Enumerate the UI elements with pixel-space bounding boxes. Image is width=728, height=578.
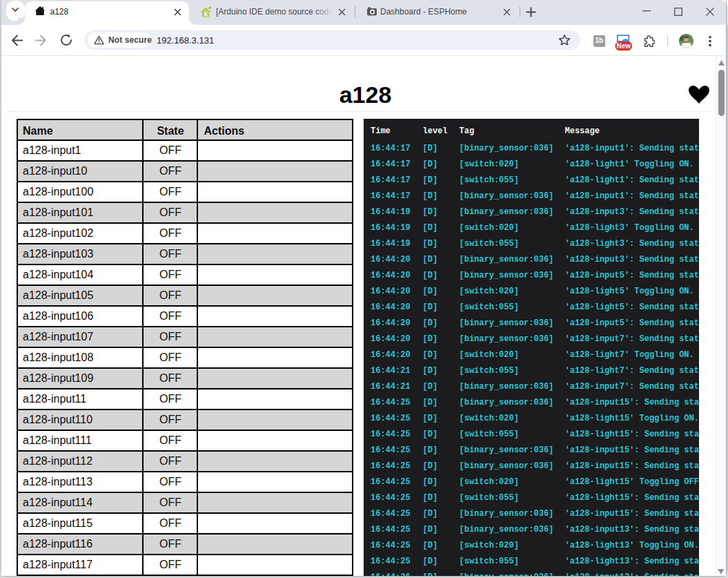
svg-text:New: New	[616, 42, 631, 50]
